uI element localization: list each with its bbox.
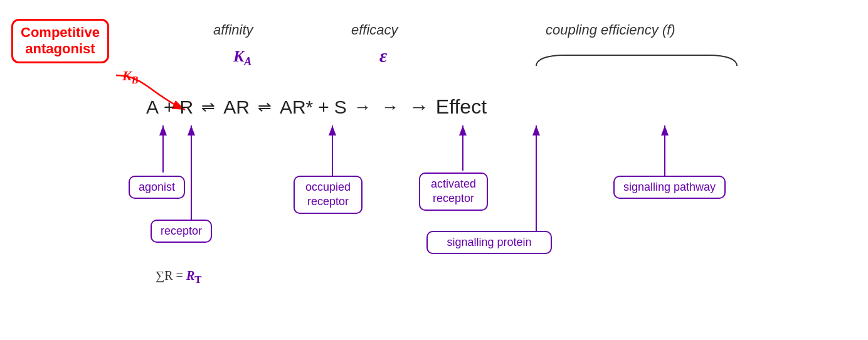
competitive-antagonist-box: Competitive antagonist — [11, 19, 109, 63]
epsilon-label: ε — [379, 45, 387, 66]
eq-A: A — [144, 97, 161, 118]
signalling-pathway-box: signalling pathway — [613, 176, 726, 199]
occupied-receptor-box: occupiedreceptor — [294, 176, 363, 214]
eq-arrow5: → — [404, 95, 434, 119]
eq-ARstar: AR* — [278, 97, 315, 118]
eq-plus2: + — [315, 97, 332, 118]
equation-row: A + R ⇌ AR ⇌ AR* + S → → → Effect — [144, 95, 489, 119]
eq-R: R — [178, 97, 196, 118]
agonist-box: agonist — [129, 176, 185, 199]
diagram: Competitive antagonist KB affinity KA ef… — [0, 0, 868, 340]
signalling-protein-box: signalling protein — [426, 231, 552, 254]
eq-arrow3: → — [349, 97, 376, 117]
receptor-box: receptor — [151, 220, 212, 243]
eq-arrow2: ⇌ — [251, 97, 278, 117]
sum-r-label: ∑R = RT — [156, 268, 201, 286]
kb-label: KB — [122, 68, 138, 86]
eq-effect: Effect — [434, 95, 489, 119]
eq-AR: AR — [221, 97, 251, 118]
eq-arrow1: ⇌ — [195, 97, 221, 117]
eq-plus1: + — [161, 97, 178, 118]
competitive-label-line2: antagonist — [25, 41, 95, 56]
competitive-label-line1: Competitive — [21, 24, 100, 40]
activated-receptor-box: activatedreceptor — [419, 173, 488, 211]
coupling-efficiency-label: coupling efficiency (f) — [546, 22, 675, 38]
ka-label: KA — [233, 47, 251, 68]
eq-S: S — [332, 97, 349, 118]
affinity-label: affinity — [213, 22, 253, 38]
eq-arrow4: → — [376, 97, 404, 117]
efficacy-label: efficacy — [351, 22, 398, 38]
